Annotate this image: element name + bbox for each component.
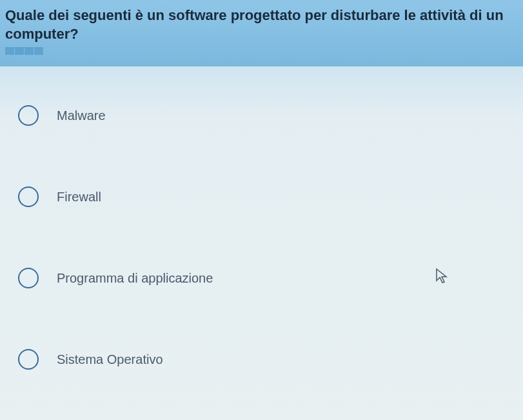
question-header: Quale dei seguenti è un software progett… — [0, 0, 523, 66]
progress-segment — [15, 47, 24, 55]
option-malware[interactable]: Malware — [18, 105, 523, 126]
option-label: Programma di applicazione — [57, 271, 213, 286]
option-programma-di-applicazione[interactable]: Programma di applicazione — [18, 268, 523, 288]
progress-segment — [25, 47, 34, 55]
progress-segment — [34, 47, 43, 55]
question-text: Quale dei seguenti è un software progett… — [5, 6, 518, 43]
progress-bar — [5, 47, 518, 55]
progress-segment — [5, 47, 14, 55]
option-sistema-operativo[interactable]: Sistema Operativo — [18, 349, 523, 370]
options-area: Malware Firewall Programma di applicazio… — [0, 66, 523, 420]
option-label: Malware — [57, 108, 106, 123]
radio-icon — [18, 349, 39, 370]
radio-icon — [18, 268, 39, 288]
option-firewall[interactable]: Firewall — [18, 186, 523, 207]
option-label: Firewall — [57, 190, 101, 205]
option-label: Sistema Operativo — [57, 352, 163, 367]
radio-icon — [18, 186, 39, 207]
radio-icon — [18, 105, 39, 126]
